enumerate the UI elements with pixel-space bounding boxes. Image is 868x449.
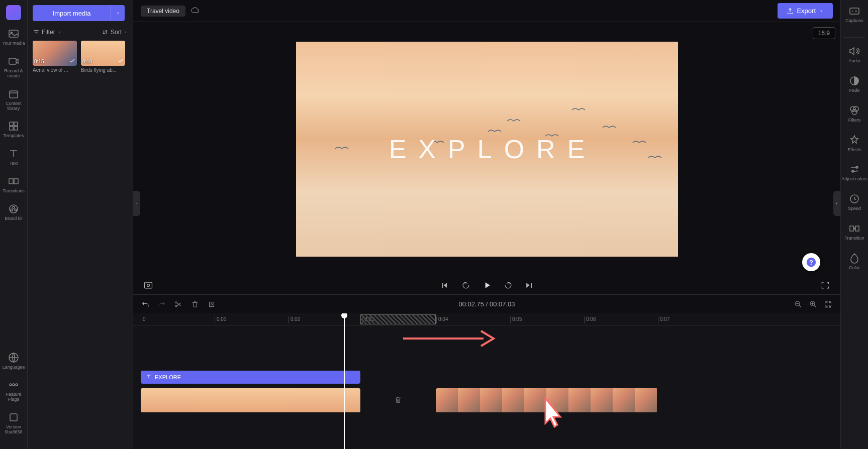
sidebar-item-content-library[interactable]: Content library	[0, 88, 27, 111]
svg-point-11	[13, 206, 15, 208]
total-time: 00:07.03	[490, 300, 515, 308]
sidebar-item-label: Content library	[0, 101, 27, 111]
top-bar: Travel video Export	[133, 0, 840, 22]
filter-button[interactable]: Filter	[33, 29, 61, 36]
sidebar-item-brand-kit[interactable]: Brand kit	[5, 203, 23, 221]
svg-rect-24	[210, 302, 214, 306]
svg-rect-6	[10, 127, 13, 130]
screenshot-button[interactable]	[143, 280, 153, 290]
media-duration: 0:10	[82, 59, 92, 64]
import-dropdown[interactable]	[111, 5, 125, 21]
svg-point-33	[852, 109, 857, 115]
skip-back-button[interactable]	[440, 280, 450, 290]
split-button[interactable]	[174, 300, 183, 309]
sidebar-item-text[interactable]: Text	[8, 148, 20, 166]
timeline-ruler[interactable]: 0 0:01 0:02 0:03 0:04 0:05 0:06 0:07	[133, 313, 840, 325]
right-item-effects[interactable]: Effects	[847, 134, 861, 153]
right-item-color[interactable]: Color	[848, 252, 860, 271]
text-clip-label: EXPLORE	[155, 374, 181, 380]
sidebar-item-record[interactable]: Record & create	[0, 55, 27, 79]
svg-point-16	[10, 384, 12, 386]
right-item-label: Captions	[845, 19, 863, 24]
project-title[interactable]: Travel video	[141, 6, 185, 17]
export-button[interactable]: Export	[778, 3, 833, 19]
skip-forward-button[interactable]	[524, 280, 534, 290]
video-clip-1[interactable]	[141, 388, 360, 412]
media-item[interactable]: 0:15 Aerial view of ...	[33, 41, 77, 73]
sidebar-item-label: Feature Flags	[0, 392, 27, 402]
right-sidebar: Captions Audio Fade Filters Effects Adju…	[840, 0, 868, 449]
right-item-label: Fade	[849, 88, 860, 93]
right-item-label: Filters	[848, 118, 861, 123]
sidebar-item-feature-flags[interactable]: Feature Flags	[0, 379, 27, 402]
svg-rect-20	[145, 282, 152, 288]
transition-icon	[848, 222, 860, 235]
playhead[interactable]	[344, 313, 345, 449]
forward-button[interactable]	[503, 280, 513, 290]
media-title: Birds flying ab...	[81, 67, 125, 73]
sidebar-item-languages[interactable]: Languages	[0, 352, 27, 370]
main-area: Travel video Export 16:9	[133, 0, 840, 449]
timeline[interactable]: 0 0:01 0:02 0:03 0:04 0:05 0:06 0:07 EXP…	[133, 313, 840, 449]
right-item-transition[interactable]: Transition	[844, 222, 864, 241]
cloud-sync-icon[interactable]	[190, 6, 200, 17]
sidebar-item-label: Transitions	[3, 189, 25, 194]
check-icon	[69, 58, 76, 65]
sidebar-item-transitions[interactable]: Transitions	[3, 175, 25, 194]
media-thumbnail[interactable]: 0:15	[33, 41, 77, 66]
crop-button[interactable]	[207, 300, 216, 309]
svg-point-23	[175, 305, 177, 307]
redo-button[interactable]	[157, 300, 166, 309]
gap-track[interactable]	[360, 388, 436, 412]
annotation-cursor-icon	[535, 396, 565, 436]
sidebar-item-your-media[interactable]: Your media	[2, 28, 25, 46]
collapse-right-panel[interactable]	[833, 191, 840, 216]
zoom-out-button[interactable]	[794, 300, 803, 309]
right-item-fade[interactable]: Fade	[848, 75, 860, 93]
sidebar-item-version[interactable]: Version 9ba8658	[0, 411, 27, 435]
sidebar-item-templates[interactable]: Templates	[3, 120, 24, 139]
sort-button[interactable]: Sort	[102, 29, 128, 36]
undo-button[interactable]	[141, 300, 150, 309]
speed-icon	[848, 193, 860, 205]
sidebar-item-label: Record & create	[0, 69, 27, 79]
play-button[interactable]	[482, 280, 492, 290]
right-item-adjust-colors[interactable]: Adjust colors	[841, 163, 867, 182]
help-button[interactable]: ?	[802, 253, 820, 271]
app-logo[interactable]	[6, 5, 21, 20]
color-icon	[848, 252, 860, 264]
media-panel: Import media Filter Sort 0:15 Aerial vie…	[28, 0, 133, 449]
preview-video[interactable]: EXPLORE	[296, 42, 678, 257]
rewind-button[interactable]	[461, 280, 471, 290]
import-media-button[interactable]: Import media	[33, 5, 111, 21]
right-item-captions[interactable]: Captions	[845, 5, 863, 24]
right-item-audio[interactable]: Audio	[848, 45, 860, 64]
media-thumbnail[interactable]: 0:10	[81, 41, 125, 66]
delete-button[interactable]	[190, 300, 200, 309]
sort-label: Sort	[111, 29, 122, 36]
fade-icon	[848, 75, 860, 87]
right-item-label: Color	[849, 266, 860, 271]
timeline-tracks: EXPLORE	[133, 325, 840, 356]
version-icon	[8, 411, 20, 423]
svg-rect-4	[10, 122, 13, 126]
sidebar-item-label: Brand kit	[5, 216, 23, 221]
aspect-ratio-badge[interactable]: 16:9	[813, 27, 835, 39]
svg-rect-37	[850, 226, 853, 231]
right-item-speed[interactable]: Speed	[848, 193, 861, 211]
templates-icon	[8, 120, 20, 132]
media-item[interactable]: 0:10 Birds flying ab...	[81, 41, 125, 73]
delete-gap-button[interactable]	[394, 395, 403, 406]
text-clip[interactable]: EXPLORE	[141, 371, 360, 384]
zoom-in-button[interactable]	[809, 300, 818, 309]
svg-rect-18	[10, 414, 17, 421]
ruler-tick: 0	[141, 316, 146, 323]
right-item-filters[interactable]: Filters	[848, 104, 861, 123]
ruler-tick: 0:01	[215, 316, 226, 323]
preview-text-overlay: EXPLORE	[389, 134, 597, 164]
divider	[843, 37, 865, 38]
fit-timeline-button[interactable]	[824, 300, 833, 309]
library-icon	[8, 88, 20, 100]
fullscreen-button[interactable]	[820, 280, 830, 290]
flags-icon	[8, 379, 20, 391]
